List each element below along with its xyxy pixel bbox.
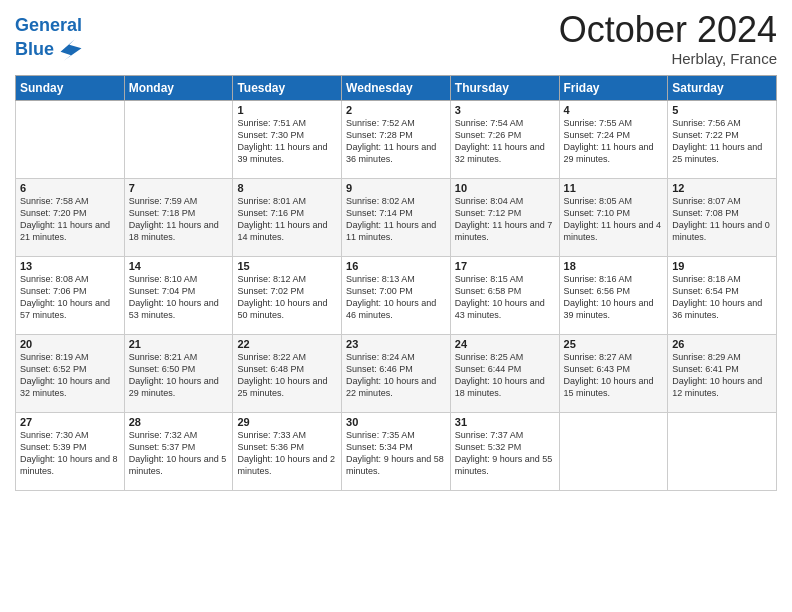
col-monday: Monday (124, 75, 233, 100)
calendar-cell: 31Sunrise: 7:37 AM Sunset: 5:32 PM Dayli… (450, 412, 559, 490)
calendar-cell: 11Sunrise: 8:05 AM Sunset: 7:10 PM Dayli… (559, 178, 668, 256)
day-info: Sunrise: 8:01 AM Sunset: 7:16 PM Dayligh… (237, 195, 337, 244)
calendar-cell: 22Sunrise: 8:22 AM Sunset: 6:48 PM Dayli… (233, 334, 342, 412)
logo-text: General Blue (15, 15, 85, 64)
week-row-1: 6Sunrise: 7:58 AM Sunset: 7:20 PM Daylig… (16, 178, 777, 256)
col-wednesday: Wednesday (342, 75, 451, 100)
calendar-cell: 21Sunrise: 8:21 AM Sunset: 6:50 PM Dayli… (124, 334, 233, 412)
day-number: 26 (672, 338, 772, 350)
calendar-cell: 26Sunrise: 8:29 AM Sunset: 6:41 PM Dayli… (668, 334, 777, 412)
day-info: Sunrise: 7:51 AM Sunset: 7:30 PM Dayligh… (237, 117, 337, 166)
day-info: Sunrise: 7:35 AM Sunset: 5:34 PM Dayligh… (346, 429, 446, 478)
day-info: Sunrise: 7:33 AM Sunset: 5:36 PM Dayligh… (237, 429, 337, 478)
day-info: Sunrise: 8:24 AM Sunset: 6:46 PM Dayligh… (346, 351, 446, 400)
day-number: 9 (346, 182, 446, 194)
day-info: Sunrise: 7:37 AM Sunset: 5:32 PM Dayligh… (455, 429, 555, 478)
calendar-cell: 24Sunrise: 8:25 AM Sunset: 6:44 PM Dayli… (450, 334, 559, 412)
day-info: Sunrise: 8:19 AM Sunset: 6:52 PM Dayligh… (20, 351, 120, 400)
calendar-cell (668, 412, 777, 490)
week-row-4: 27Sunrise: 7:30 AM Sunset: 5:39 PM Dayli… (16, 412, 777, 490)
calendar-cell: 27Sunrise: 7:30 AM Sunset: 5:39 PM Dayli… (16, 412, 125, 490)
day-number: 5 (672, 104, 772, 116)
day-number: 1 (237, 104, 337, 116)
day-number: 16 (346, 260, 446, 272)
day-info: Sunrise: 8:13 AM Sunset: 7:00 PM Dayligh… (346, 273, 446, 322)
day-number: 14 (129, 260, 229, 272)
day-number: 29 (237, 416, 337, 428)
day-info: Sunrise: 8:21 AM Sunset: 6:50 PM Dayligh… (129, 351, 229, 400)
day-info: Sunrise: 8:22 AM Sunset: 6:48 PM Dayligh… (237, 351, 337, 400)
calendar-cell: 18Sunrise: 8:16 AM Sunset: 6:56 PM Dayli… (559, 256, 668, 334)
day-info: Sunrise: 7:52 AM Sunset: 7:28 PM Dayligh… (346, 117, 446, 166)
day-number: 21 (129, 338, 229, 350)
day-info: Sunrise: 7:59 AM Sunset: 7:18 PM Dayligh… (129, 195, 229, 244)
day-number: 20 (20, 338, 120, 350)
week-row-3: 20Sunrise: 8:19 AM Sunset: 6:52 PM Dayli… (16, 334, 777, 412)
day-info: Sunrise: 8:10 AM Sunset: 7:04 PM Dayligh… (129, 273, 229, 322)
day-number: 2 (346, 104, 446, 116)
calendar-page: General Blue October 2024 Herblay, Franc… (0, 0, 792, 612)
calendar-cell: 29Sunrise: 7:33 AM Sunset: 5:36 PM Dayli… (233, 412, 342, 490)
day-number: 22 (237, 338, 337, 350)
day-number: 23 (346, 338, 446, 350)
calendar-cell: 1Sunrise: 7:51 AM Sunset: 7:30 PM Daylig… (233, 100, 342, 178)
week-row-0: 1Sunrise: 7:51 AM Sunset: 7:30 PM Daylig… (16, 100, 777, 178)
calendar-cell: 20Sunrise: 8:19 AM Sunset: 6:52 PM Dayli… (16, 334, 125, 412)
logo: General Blue (15, 15, 85, 64)
header-row: Sunday Monday Tuesday Wednesday Thursday… (16, 75, 777, 100)
day-number: 31 (455, 416, 555, 428)
day-info: Sunrise: 8:07 AM Sunset: 7:08 PM Dayligh… (672, 195, 772, 244)
day-number: 24 (455, 338, 555, 350)
day-number: 3 (455, 104, 555, 116)
day-info: Sunrise: 7:32 AM Sunset: 5:37 PM Dayligh… (129, 429, 229, 478)
day-info: Sunrise: 8:04 AM Sunset: 7:12 PM Dayligh… (455, 195, 555, 244)
calendar-cell: 2Sunrise: 7:52 AM Sunset: 7:28 PM Daylig… (342, 100, 451, 178)
title-block: October 2024 Herblay, France (559, 10, 777, 67)
day-info: Sunrise: 8:05 AM Sunset: 7:10 PM Dayligh… (564, 195, 664, 244)
day-number: 10 (455, 182, 555, 194)
day-number: 28 (129, 416, 229, 428)
day-info: Sunrise: 7:30 AM Sunset: 5:39 PM Dayligh… (20, 429, 120, 478)
day-info: Sunrise: 8:16 AM Sunset: 6:56 PM Dayligh… (564, 273, 664, 322)
calendar-cell: 28Sunrise: 7:32 AM Sunset: 5:37 PM Dayli… (124, 412, 233, 490)
calendar-cell (124, 100, 233, 178)
day-number: 25 (564, 338, 664, 350)
calendar-cell: 14Sunrise: 8:10 AM Sunset: 7:04 PM Dayli… (124, 256, 233, 334)
week-row-2: 13Sunrise: 8:08 AM Sunset: 7:06 PM Dayli… (16, 256, 777, 334)
logo-icon (57, 36, 85, 64)
day-info: Sunrise: 7:54 AM Sunset: 7:26 PM Dayligh… (455, 117, 555, 166)
calendar-cell: 17Sunrise: 8:15 AM Sunset: 6:58 PM Dayli… (450, 256, 559, 334)
day-number: 11 (564, 182, 664, 194)
day-info: Sunrise: 8:02 AM Sunset: 7:14 PM Dayligh… (346, 195, 446, 244)
calendar-cell: 13Sunrise: 8:08 AM Sunset: 7:06 PM Dayli… (16, 256, 125, 334)
col-sunday: Sunday (16, 75, 125, 100)
day-info: Sunrise: 7:56 AM Sunset: 7:22 PM Dayligh… (672, 117, 772, 166)
day-info: Sunrise: 8:25 AM Sunset: 6:44 PM Dayligh… (455, 351, 555, 400)
day-info: Sunrise: 7:55 AM Sunset: 7:24 PM Dayligh… (564, 117, 664, 166)
col-thursday: Thursday (450, 75, 559, 100)
col-friday: Friday (559, 75, 668, 100)
day-number: 8 (237, 182, 337, 194)
day-info: Sunrise: 8:08 AM Sunset: 7:06 PM Dayligh… (20, 273, 120, 322)
day-number: 17 (455, 260, 555, 272)
day-number: 19 (672, 260, 772, 272)
calendar-cell: 12Sunrise: 8:07 AM Sunset: 7:08 PM Dayli… (668, 178, 777, 256)
day-number: 4 (564, 104, 664, 116)
day-info: Sunrise: 7:58 AM Sunset: 7:20 PM Dayligh… (20, 195, 120, 244)
calendar-cell (16, 100, 125, 178)
calendar-cell: 5Sunrise: 7:56 AM Sunset: 7:22 PM Daylig… (668, 100, 777, 178)
day-number: 6 (20, 182, 120, 194)
day-number: 15 (237, 260, 337, 272)
day-number: 13 (20, 260, 120, 272)
calendar-cell: 7Sunrise: 7:59 AM Sunset: 7:18 PM Daylig… (124, 178, 233, 256)
calendar-cell: 8Sunrise: 8:01 AM Sunset: 7:16 PM Daylig… (233, 178, 342, 256)
col-saturday: Saturday (668, 75, 777, 100)
day-info: Sunrise: 8:29 AM Sunset: 6:41 PM Dayligh… (672, 351, 772, 400)
logo-general: General (15, 15, 82, 35)
calendar-cell: 25Sunrise: 8:27 AM Sunset: 6:43 PM Dayli… (559, 334, 668, 412)
calendar-cell (559, 412, 668, 490)
calendar-cell: 9Sunrise: 8:02 AM Sunset: 7:14 PM Daylig… (342, 178, 451, 256)
header: General Blue October 2024 Herblay, Franc… (15, 10, 777, 67)
month-title: October 2024 (559, 10, 777, 50)
calendar-cell: 23Sunrise: 8:24 AM Sunset: 6:46 PM Dayli… (342, 334, 451, 412)
